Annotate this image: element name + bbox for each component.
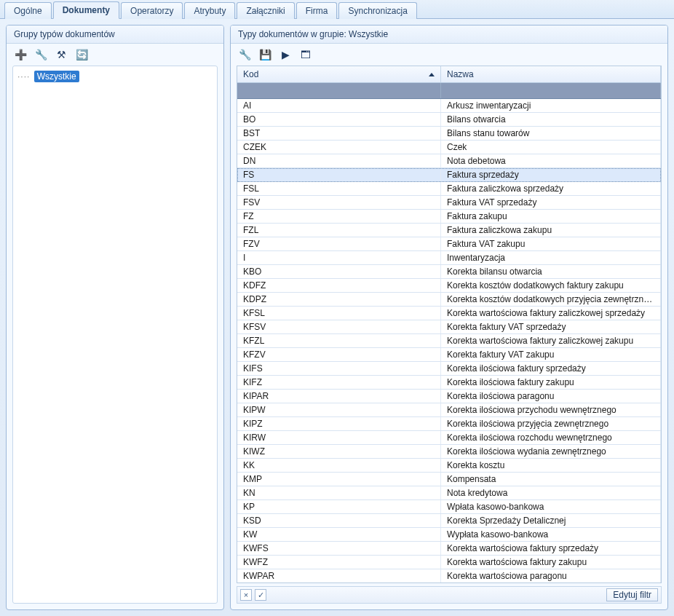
cell-nazwa: Faktura zakupu — [441, 210, 661, 223]
tab-załączniki[interactable]: Załączniki — [237, 2, 294, 19]
column-header-nazwa[interactable]: Nazwa — [441, 66, 661, 82]
cell-kod: BO — [237, 113, 441, 126]
table-row[interactable]: KIPARKorekta ilościowa paragonu — [237, 390, 661, 403]
table-row[interactable]: IInwentaryzacja — [237, 251, 661, 265]
table-row[interactable]: KFZVKorekta faktury VAT zakupu — [237, 348, 661, 362]
cell-kod: KSD — [237, 514, 441, 527]
cell-nazwa: Wypłata kasowo-bankowa — [441, 528, 661, 541]
cell-kod: FZV — [237, 237, 441, 250]
cell-nazwa: Korekta ilościowa paragonu — [441, 390, 661, 403]
panel-groups: Grupy typów dokumentów ➕🔧⚒🔄 ···· Wszystk… — [6, 25, 224, 610]
cell-nazwa: Korekta kosztu — [441, 459, 661, 472]
cell-nazwa: Czek — [441, 141, 661, 154]
tab-operatorzy[interactable]: Operatorzy — [121, 2, 183, 19]
table-row[interactable]: DNNota debetowa — [237, 154, 661, 168]
cell-kod: KW — [237, 528, 441, 541]
filter-enabled-checkbox[interactable]: ✓ — [255, 589, 266, 601]
wrench-icon[interactable]: 🔧 — [34, 48, 47, 61]
tab-atrybuty[interactable]: Atrybuty — [184, 2, 235, 19]
tab-firma[interactable]: Firma — [296, 2, 338, 19]
table-row[interactable]: KIFSKorekta ilościowa faktury sprzedaży — [237, 362, 661, 376]
cell-kod: BST — [237, 127, 441, 140]
table-row[interactable]: KWFSKorekta wartościowa faktury sprzedaż… — [237, 542, 661, 556]
table-row[interactable]: KIPZKorekta ilościowa przyjęcia zewnętrz… — [237, 417, 661, 431]
play-icon[interactable]: ▶ — [279, 48, 292, 61]
tree-root-connector: ···· — [17, 71, 30, 82]
filter-bar: × ✓ Edytuj filtr — [237, 586, 662, 604]
column-header-nazwa-label: Nazwa — [447, 69, 474, 79]
cell-nazwa: Faktura VAT sprzedaży — [441, 196, 661, 209]
table-row[interactable]: KNNota kredytowa — [237, 486, 661, 500]
table-row[interactable]: AIArkusz inwentaryzacji — [237, 99, 661, 113]
table-row[interactable]: KWFZKorekta wartościowa faktury zakupu — [237, 556, 661, 569]
cell-nazwa: Wpłata kasowo-bankowa — [441, 500, 661, 513]
cell-kod: FSV — [237, 196, 441, 209]
grid-auto-filter-row[interactable] — [237, 83, 661, 99]
table-row[interactable]: FSFaktura sprzedaży — [237, 168, 661, 182]
table-row[interactable]: KIPWKorekta ilościowa przychodu wewnętrz… — [237, 403, 661, 417]
table-row[interactable]: BOBilans otwarcia — [237, 113, 661, 127]
table-row[interactable]: FZFaktura zakupu — [237, 210, 661, 224]
save-icon[interactable]: 💾 — [258, 48, 271, 61]
cell-nazwa: Korekta ilościowa wydania zewnętrznego — [441, 445, 661, 458]
column-header-kod-label: Kod — [243, 69, 258, 79]
tab-ogólne[interactable]: Ogólne — [4, 2, 52, 19]
table-row[interactable]: KIRWKorekta ilościowa rozchodu wewnętrzn… — [237, 431, 661, 445]
table-row[interactable]: BSTBilans stanu towarów — [237, 127, 661, 141]
cell-kod: KK — [237, 459, 441, 472]
cell-nazwa: Korekta wartościowa faktury zakupu — [441, 556, 661, 569]
table-row[interactable]: KSDKorekta Sprzedaży Detalicznej — [237, 514, 661, 528]
table-row[interactable]: KKKorekta kosztu — [237, 459, 661, 473]
table-row[interactable]: KDPZKorekta kosztów dodatkowych przyjęci… — [237, 293, 661, 307]
cell-nazwa: Korekta wartościowa paragonu — [441, 569, 661, 583]
cell-nazwa: Korekta wartościowa faktury zaliczkowej … — [441, 307, 661, 320]
table-row[interactable]: KFZLKorekta wartościowa faktury zaliczko… — [237, 334, 661, 348]
cell-kod: FZL — [237, 224, 441, 237]
tree-root-node[interactable]: Wszystkie — [34, 71, 79, 82]
panel-groups-title: Grupy typów dokumentów — [7, 25, 223, 44]
table-row[interactable]: KMPKompensata — [237, 473, 661, 486]
tab-synchronizacja[interactable]: Synchronizacja — [338, 2, 416, 19]
panel-types-toolbar: 🔧💾▶🗔 — [231, 44, 667, 66]
cell-kod: KIWZ — [237, 445, 441, 458]
table-row[interactable]: FZLFaktura zaliczkowa zakupu — [237, 224, 661, 237]
table-row[interactable]: KIWZKorekta ilościowa wydania zewnętrzne… — [237, 445, 661, 459]
cell-kod: KBO — [237, 265, 441, 278]
cell-nazwa: Korekta kosztów dodatkowych faktury zaku… — [441, 279, 661, 292]
table-row[interactable]: KPWpłata kasowo-bankowa — [237, 500, 661, 514]
window-icon[interactable]: 🗔 — [299, 48, 312, 61]
panel-types-title: Typy dokumentów w grupie: Wszystkie — [231, 25, 667, 44]
table-row[interactable]: KWWypłata kasowo-bankowa — [237, 528, 661, 542]
cell-kod: KFSV — [237, 320, 441, 333]
cell-nazwa: Faktura zaliczkowa zakupu — [441, 224, 661, 237]
table-row[interactable]: KFSVKorekta faktury VAT sprzedaży — [237, 320, 661, 334]
grid-body[interactable]: AIArkusz inwentaryzacjiBOBilans otwarcia… — [237, 99, 661, 583]
cell-kod: KIRW — [237, 431, 441, 444]
types-grid: Kod Nazwa AIArkusz inwentaryzacjiBOBilan… — [237, 66, 662, 583]
add-icon[interactable]: ➕ — [14, 48, 27, 61]
wrench-icon[interactable]: 🔧 — [238, 48, 251, 61]
tools-icon[interactable]: ⚒ — [55, 48, 68, 61]
cell-kod: KFZL — [237, 334, 441, 347]
cell-kod: KMP — [237, 473, 441, 486]
tab-dokumenty[interactable]: Dokumenty — [53, 1, 119, 19]
table-row[interactable]: KIFZKorekta ilościowa faktury zakupu — [237, 376, 661, 390]
table-row[interactable]: FZVFaktura VAT zakupu — [237, 237, 661, 251]
cell-kod: KWFZ — [237, 556, 441, 569]
refresh-icon[interactable]: 🔄 — [75, 48, 88, 61]
table-row[interactable]: KDFZKorekta kosztów dodatkowych faktury … — [237, 279, 661, 293]
table-row[interactable]: KFSLKorekta wartościowa faktury zaliczko… — [237, 307, 661, 320]
table-row[interactable]: KBOKorekta bilansu otwarcia — [237, 265, 661, 279]
cell-nazwa: Korekta wartościowa faktury zaliczkowej … — [441, 334, 661, 347]
edit-filter-button[interactable]: Edytuj filtr — [606, 588, 658, 601]
filter-close-button[interactable]: × — [240, 589, 252, 601]
table-row[interactable]: FSVFaktura VAT sprzedaży — [237, 196, 661, 210]
column-header-kod[interactable]: Kod — [237, 66, 441, 82]
table-row[interactable]: CZEKCzek — [237, 141, 661, 154]
cell-kod: FS — [237, 168, 441, 181]
table-row[interactable]: FSLFaktura zaliczkowa sprzedaży — [237, 182, 661, 196]
cell-kod: KWPAR — [237, 569, 441, 583]
table-row[interactable]: KWPARKorekta wartościowa paragonu — [237, 569, 661, 583]
cell-nazwa: Korekta Sprzedaży Detalicznej — [441, 514, 661, 527]
cell-kod: KIFS — [237, 362, 441, 375]
